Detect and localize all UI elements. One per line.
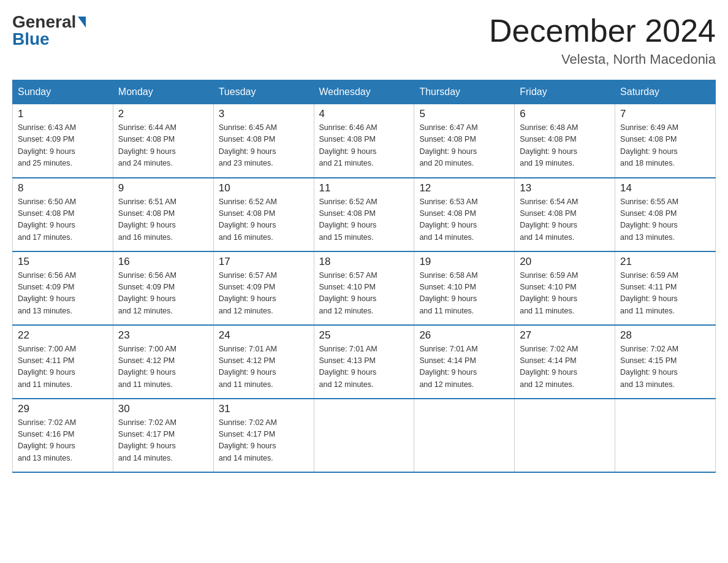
calendar-week-row: 1Sunrise: 6:43 AM Sunset: 4:09 PM Daylig… [13, 104, 716, 178]
calendar-cell [615, 399, 716, 472]
logo-arrow-icon [78, 17, 86, 28]
calendar-cell: 18Sunrise: 6:57 AM Sunset: 4:10 PM Dayli… [314, 251, 414, 325]
calendar-cell [515, 399, 615, 472]
day-number: 23 [118, 329, 208, 342]
day-number: 8 [18, 182, 108, 194]
weekday-header-monday: Monday [113, 80, 213, 104]
calendar-cell: 2Sunrise: 6:44 AM Sunset: 4:08 PM Daylig… [113, 104, 213, 178]
calendar-cell: 12Sunrise: 6:53 AM Sunset: 4:08 PM Dayli… [414, 178, 515, 251]
day-info: Sunrise: 6:58 AM Sunset: 4:10 PM Dayligh… [419, 270, 509, 318]
day-info: Sunrise: 7:01 AM Sunset: 4:13 PM Dayligh… [319, 343, 409, 391]
day-info: Sunrise: 6:52 AM Sunset: 4:08 PM Dayligh… [219, 196, 309, 244]
day-number: 4 [319, 108, 409, 120]
day-number: 13 [520, 182, 610, 194]
calendar-cell: 23Sunrise: 7:00 AM Sunset: 4:12 PM Dayli… [113, 325, 213, 399]
day-info: Sunrise: 6:52 AM Sunset: 4:08 PM Dayligh… [319, 196, 409, 244]
day-number: 30 [118, 403, 208, 415]
calendar-cell: 13Sunrise: 6:54 AM Sunset: 4:08 PM Dayli… [515, 178, 615, 251]
calendar-cell: 10Sunrise: 6:52 AM Sunset: 4:08 PM Dayli… [213, 178, 314, 251]
calendar-cell: 20Sunrise: 6:59 AM Sunset: 4:10 PM Dayli… [515, 251, 615, 325]
calendar-cell: 14Sunrise: 6:55 AM Sunset: 4:08 PM Dayli… [615, 178, 716, 251]
weekday-header-tuesday: Tuesday [213, 80, 314, 104]
day-number: 6 [520, 108, 610, 120]
day-info: Sunrise: 7:02 AM Sunset: 4:14 PM Dayligh… [520, 343, 610, 391]
calendar-cell: 17Sunrise: 6:57 AM Sunset: 4:09 PM Dayli… [213, 251, 314, 325]
calendar-cell: 25Sunrise: 7:01 AM Sunset: 4:13 PM Dayli… [314, 325, 414, 399]
calendar-cell: 19Sunrise: 6:58 AM Sunset: 4:10 PM Dayli… [414, 251, 515, 325]
day-number: 27 [520, 329, 610, 342]
day-number: 10 [219, 182, 309, 194]
day-number: 31 [219, 403, 309, 415]
day-info: Sunrise: 6:43 AM Sunset: 4:09 PM Dayligh… [18, 122, 108, 170]
month-title: December 2024 [489, 12, 716, 49]
day-number: 18 [319, 256, 409, 268]
day-info: Sunrise: 6:48 AM Sunset: 4:08 PM Dayligh… [520, 122, 610, 170]
day-info: Sunrise: 6:56 AM Sunset: 4:09 PM Dayligh… [118, 270, 208, 318]
day-info: Sunrise: 6:51 AM Sunset: 4:08 PM Dayligh… [118, 196, 208, 244]
calendar-cell: 9Sunrise: 6:51 AM Sunset: 4:08 PM Daylig… [113, 178, 213, 251]
calendar-cell: 21Sunrise: 6:59 AM Sunset: 4:11 PM Dayli… [615, 251, 716, 325]
day-info: Sunrise: 6:55 AM Sunset: 4:08 PM Dayligh… [620, 196, 710, 244]
day-number: 12 [419, 182, 509, 194]
day-info: Sunrise: 6:46 AM Sunset: 4:08 PM Dayligh… [319, 122, 409, 170]
calendar-cell: 30Sunrise: 7:02 AM Sunset: 4:17 PM Dayli… [113, 399, 213, 472]
calendar-table: SundayMondayTuesdayWednesdayThursdayFrid… [12, 80, 716, 473]
day-number: 28 [620, 329, 710, 342]
day-info: Sunrise: 7:01 AM Sunset: 4:12 PM Dayligh… [219, 343, 309, 391]
day-number: 14 [620, 182, 710, 194]
weekday-header-row: SundayMondayTuesdayWednesdayThursdayFrid… [13, 80, 716, 104]
calendar-cell: 1Sunrise: 6:43 AM Sunset: 4:09 PM Daylig… [13, 104, 113, 178]
weekday-header-thursday: Thursday [414, 80, 515, 104]
calendar-cell: 15Sunrise: 6:56 AM Sunset: 4:09 PM Dayli… [13, 251, 113, 325]
day-info: Sunrise: 6:45 AM Sunset: 4:08 PM Dayligh… [219, 122, 309, 170]
day-info: Sunrise: 6:49 AM Sunset: 4:08 PM Dayligh… [620, 122, 710, 170]
day-number: 20 [520, 256, 610, 268]
day-number: 24 [219, 329, 309, 342]
day-info: Sunrise: 6:53 AM Sunset: 4:08 PM Dayligh… [419, 196, 509, 244]
calendar-cell: 8Sunrise: 6:50 AM Sunset: 4:08 PM Daylig… [13, 178, 113, 251]
day-number: 3 [219, 108, 309, 120]
calendar-cell: 11Sunrise: 6:52 AM Sunset: 4:08 PM Dayli… [314, 178, 414, 251]
calendar-cell: 16Sunrise: 6:56 AM Sunset: 4:09 PM Dayli… [113, 251, 213, 325]
day-info: Sunrise: 7:00 AM Sunset: 4:12 PM Dayligh… [118, 343, 208, 391]
weekday-header-wednesday: Wednesday [314, 80, 414, 104]
day-number: 29 [18, 403, 108, 415]
weekday-header-saturday: Saturday [615, 80, 716, 104]
day-number: 1 [18, 108, 108, 120]
title-block: December 2024 Velesta, North Macedonia [489, 12, 716, 67]
day-info: Sunrise: 7:00 AM Sunset: 4:11 PM Dayligh… [18, 343, 108, 391]
day-info: Sunrise: 6:44 AM Sunset: 4:08 PM Dayligh… [118, 122, 208, 170]
calendar-cell: 3Sunrise: 6:45 AM Sunset: 4:08 PM Daylig… [213, 104, 314, 178]
day-info: Sunrise: 6:59 AM Sunset: 4:11 PM Dayligh… [620, 270, 710, 318]
calendar-cell: 28Sunrise: 7:02 AM Sunset: 4:15 PM Dayli… [615, 325, 716, 399]
day-info: Sunrise: 6:57 AM Sunset: 4:09 PM Dayligh… [219, 270, 309, 318]
page-header: General Blue December 2024 Velesta, Nort… [12, 12, 716, 67]
calendar-cell: 31Sunrise: 7:02 AM Sunset: 4:17 PM Dayli… [213, 399, 314, 472]
calendar-cell: 5Sunrise: 6:47 AM Sunset: 4:08 PM Daylig… [414, 104, 515, 178]
day-number: 7 [620, 108, 710, 120]
calendar-cell: 7Sunrise: 6:49 AM Sunset: 4:08 PM Daylig… [615, 104, 716, 178]
day-info: Sunrise: 6:59 AM Sunset: 4:10 PM Dayligh… [520, 270, 610, 318]
day-number: 22 [18, 329, 108, 342]
calendar-cell [314, 399, 414, 472]
weekday-header-sunday: Sunday [13, 80, 113, 104]
location-subtitle: Velesta, North Macedonia [489, 52, 716, 67]
calendar-cell: 4Sunrise: 6:46 AM Sunset: 4:08 PM Daylig… [314, 104, 414, 178]
day-number: 26 [419, 329, 509, 342]
calendar-week-row: 15Sunrise: 6:56 AM Sunset: 4:09 PM Dayli… [13, 251, 716, 325]
day-info: Sunrise: 7:01 AM Sunset: 4:14 PM Dayligh… [419, 343, 509, 391]
day-info: Sunrise: 7:02 AM Sunset: 4:17 PM Dayligh… [219, 417, 309, 465]
calendar-cell: 22Sunrise: 7:00 AM Sunset: 4:11 PM Dayli… [13, 325, 113, 399]
calendar-week-row: 22Sunrise: 7:00 AM Sunset: 4:11 PM Dayli… [13, 325, 716, 399]
day-number: 25 [319, 329, 409, 342]
day-info: Sunrise: 6:50 AM Sunset: 4:08 PM Dayligh… [18, 196, 108, 244]
day-info: Sunrise: 7:02 AM Sunset: 4:16 PM Dayligh… [18, 417, 108, 465]
day-info: Sunrise: 6:54 AM Sunset: 4:08 PM Dayligh… [520, 196, 610, 244]
calendar-cell: 27Sunrise: 7:02 AM Sunset: 4:14 PM Dayli… [515, 325, 615, 399]
logo: General Blue [12, 12, 86, 49]
calendar-body: 1Sunrise: 6:43 AM Sunset: 4:09 PM Daylig… [13, 104, 716, 472]
calendar-header: SundayMondayTuesdayWednesdayThursdayFrid… [13, 80, 716, 104]
day-number: 15 [18, 256, 108, 268]
calendar-week-row: 29Sunrise: 7:02 AM Sunset: 4:16 PM Dayli… [13, 399, 716, 472]
weekday-header-friday: Friday [515, 80, 615, 104]
